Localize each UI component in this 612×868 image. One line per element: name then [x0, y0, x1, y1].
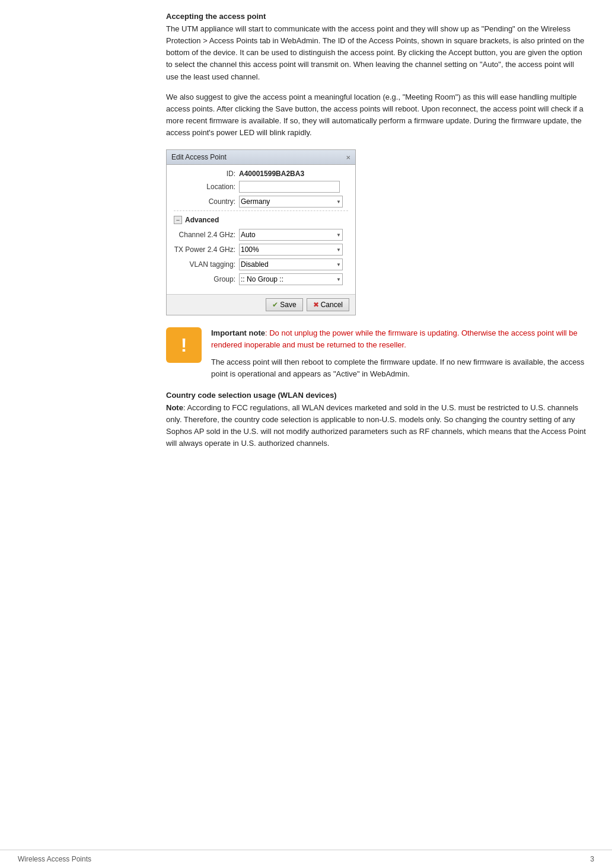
note-content: Important note: Do not unplug the power …: [211, 327, 588, 380]
note-section: ! Important note: Do not unplug the powe…: [166, 327, 588, 380]
note-important-text: Important note: Do not unplug the power …: [211, 327, 588, 351]
page-wrapper: Accepting the access point The UTM appli…: [0, 0, 612, 868]
group-select-wrapper: :: No Group ::: [239, 273, 343, 285]
dialog-divider-1: [174, 210, 348, 211]
advanced-section-header: − Advanced: [174, 214, 348, 226]
dialog-row-vlan: VLAN tagging: Disabled Enabled: [174, 259, 348, 270]
tx-power-select-wrapper: 100% 75% 50% 25%: [239, 244, 343, 256]
footer-label: Wireless Access Points: [18, 855, 91, 863]
advanced-toggle-button[interactable]: −: [174, 216, 182, 224]
section-para2: We also suggest to give the access point…: [166, 91, 588, 139]
id-label: ID:: [174, 170, 239, 178]
channel-label: Channel 2.4 GHz:: [174, 231, 239, 239]
channel-select[interactable]: Auto 1 2 6 11: [239, 229, 343, 241]
dialog-title: Edit Access Point: [171, 153, 227, 161]
dialog-row-tx-power: TX Power 2.4 GHz: 100% 75% 50% 25%: [174, 244, 348, 256]
footer-page: 3: [590, 855, 594, 863]
group-label: Group:: [174, 275, 239, 283]
vlan-select-wrapper: Disabled Enabled: [239, 259, 343, 270]
dialog-row-country: Country: Germany United States United Ki…: [174, 196, 348, 208]
important-label: Important note: [211, 328, 265, 337]
country-code-note: Note: According to FCC regulations, all …: [166, 402, 588, 450]
dialog-titlebar: Edit Access Point ×: [167, 150, 355, 165]
warning-exclamation: !: [181, 334, 187, 356]
country-label: Country:: [174, 197, 239, 206]
section-accepting: Accepting the access point The UTM appli…: [166, 12, 588, 139]
cancel-button[interactable]: ✖ Cancel: [307, 298, 349, 311]
vlan-label: VLAN tagging:: [174, 260, 239, 269]
vlan-select[interactable]: Disabled Enabled: [239, 259, 343, 270]
cancel-label: Cancel: [321, 301, 343, 309]
dialog-body: ID: A40001599BA2BA3 Location: Country:: [167, 165, 355, 294]
country-code-title: Country code selection usage (WLAN devic…: [166, 391, 588, 400]
tx-power-select[interactable]: 100% 75% 50% 25%: [239, 244, 343, 256]
dialog-close-button[interactable]: ×: [346, 154, 350, 161]
save-icon: ✔: [272, 301, 278, 309]
tx-power-label: TX Power 2.4 GHz:: [174, 245, 239, 254]
section-title-accepting: Accepting the access point: [166, 12, 588, 21]
dialog-footer: ✔ Save ✖ Cancel: [167, 294, 355, 315]
country-note-label: Note: [166, 403, 183, 412]
content-area: Accepting the access point The UTM appli…: [0, 0, 612, 850]
group-select[interactable]: :: No Group ::: [239, 273, 343, 285]
save-button[interactable]: ✔ Save: [266, 298, 302, 311]
dialog-row-group: Group: :: No Group ::: [174, 273, 348, 285]
id-value: A40001599BA2BA3: [239, 170, 304, 178]
country-select[interactable]: Germany United States United Kingdom Fra…: [239, 196, 343, 208]
edit-access-point-dialog: Edit Access Point × ID: A40001599BA2BA3 …: [166, 149, 356, 315]
dialog-row-id: ID: A40001599BA2BA3: [174, 170, 348, 178]
warning-icon: !: [166, 327, 202, 363]
save-label: Save: [280, 301, 296, 309]
section-country-code: Country code selection usage (WLAN devic…: [166, 391, 588, 450]
country-note-text: : According to FCC regulations, all WLAN…: [166, 403, 586, 448]
dialog-row-channel: Channel 2.4 GHz: Auto 1 2 6 11: [174, 229, 348, 241]
channel-select-wrapper: Auto 1 2 6 11: [239, 229, 343, 241]
dialog-row-location: Location:: [174, 181, 348, 193]
section-para1: The UTM appliance will start to communic…: [166, 23, 588, 83]
note-plain-text: The access point will then reboot to com…: [211, 356, 588, 380]
page-footer: Wireless Access Points 3: [0, 850, 612, 868]
country-select-wrapper: Germany United States United Kingdom Fra…: [239, 196, 343, 208]
dialog-wrapper: Edit Access Point × ID: A40001599BA2BA3 …: [166, 149, 588, 315]
note-red-text: : Do not unplug the power while the firm…: [211, 328, 578, 349]
advanced-label: Advanced: [185, 216, 219, 224]
cancel-icon: ✖: [313, 301, 319, 309]
location-input[interactable]: [239, 181, 340, 193]
location-label: Location:: [174, 183, 239, 191]
